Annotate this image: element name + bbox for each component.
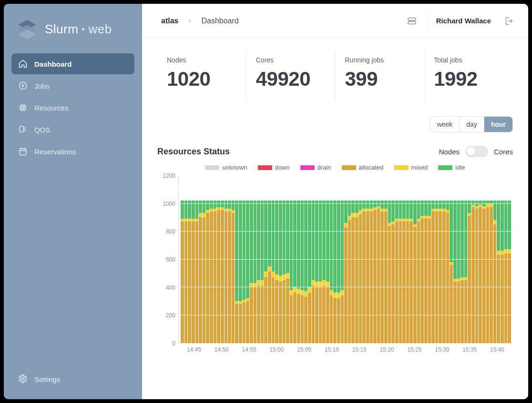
main: atlas Dashboard Richard Wallace Nodes: [142, 4, 528, 399]
stat-value: 49920: [256, 68, 326, 91]
chart-area: 020040060080010001200: [157, 176, 513, 343]
bar: [246, 201, 249, 343]
svg-rect-6: [20, 126, 23, 132]
cpu-icon: [18, 103, 28, 112]
grid-line: [179, 287, 513, 287]
chevron-right-icon: [187, 18, 193, 24]
legend-swatch: [258, 165, 272, 170]
legend-item-mixed[interactable]: mixed: [394, 164, 428, 171]
stat-value: 1992: [434, 68, 503, 91]
legend-item-drain[interactable]: drain: [300, 164, 331, 171]
logout-icon[interactable]: [501, 14, 515, 28]
bar: [315, 201, 318, 343]
bar: [217, 201, 220, 343]
bar: [508, 201, 511, 343]
stat-label: Total jobs: [434, 56, 503, 64]
sidebar-item-dashboard[interactable]: Dashboard: [11, 53, 134, 74]
bar: [261, 201, 264, 343]
sidebar-item-qos[interactable]: QOS: [11, 119, 134, 140]
bar: [341, 201, 344, 343]
bar: [453, 201, 457, 343]
brand-dot: [82, 28, 84, 30]
x-tick: 15:30: [428, 346, 456, 353]
range-day-button[interactable]: day: [460, 117, 484, 132]
stat-label: Nodes: [167, 56, 236, 64]
bar: [406, 201, 409, 343]
stat-value: 1020: [167, 68, 236, 91]
gear-icon: [18, 374, 28, 385]
y-tick: 800: [166, 228, 175, 235]
bar: [286, 201, 289, 343]
nodes-cores-toggle[interactable]: [465, 146, 488, 157]
breadcrumb: atlas Dashboard: [161, 17, 239, 25]
chart-legend: unknowndowndrainallocatedmixedidle: [157, 164, 513, 171]
user-name[interactable]: Richard Wallace: [436, 17, 491, 25]
legend-label: idle: [455, 164, 465, 171]
sidebar-item-settings[interactable]: Settings: [11, 368, 134, 391]
y-tick: 0: [172, 340, 175, 347]
bar: [210, 201, 213, 343]
bar: [206, 201, 209, 343]
x-tick: 14:45: [180, 346, 208, 353]
chart-header: Resources Status Nodes Cores: [157, 146, 513, 157]
x-tick: 14:50: [208, 346, 235, 353]
legend-item-unknown[interactable]: unknown: [205, 164, 247, 171]
bar: [395, 201, 399, 343]
bar: [391, 201, 395, 343]
grid-line: [179, 203, 513, 204]
legend-swatch: [300, 165, 315, 170]
bar: [199, 201, 202, 343]
y-tick: 1000: [163, 201, 175, 207]
sidebar-item-label: Resources: [34, 104, 69, 112]
bar: [351, 201, 355, 343]
stat-label: Running jobs: [345, 56, 415, 64]
storage-icon[interactable]: [405, 14, 419, 28]
toggle-label-right: Cores: [494, 148, 513, 156]
bar: [203, 201, 206, 343]
sidebar-item-resources[interactable]: Resources: [11, 97, 134, 118]
breadcrumb-cluster[interactable]: atlas: [161, 17, 178, 25]
legend-label: allocated: [359, 164, 384, 171]
time-range-row: weekdayhour: [157, 116, 513, 132]
grid-line: [179, 259, 513, 260]
stat-total-jobs: Total jobs 1992: [424, 51, 513, 101]
bar: [254, 201, 257, 343]
legend-label: unknown: [222, 164, 247, 171]
legend-item-idle[interactable]: idle: [438, 164, 465, 171]
legend-item-allocated[interactable]: allocated: [342, 164, 384, 171]
bar: [250, 201, 253, 343]
brand-logo: Slurm web: [11, 15, 134, 53]
bar: [344, 201, 348, 343]
chart-bars: [179, 176, 513, 343]
bar: [457, 201, 460, 343]
toggle-label-left: Nodes: [439, 148, 460, 156]
sidebar-item-reservations[interactable]: Reservations: [11, 141, 134, 162]
toggle-knob: [467, 147, 475, 156]
y-tick: 200: [166, 312, 175, 319]
bar: [490, 201, 493, 343]
bar: [497, 201, 500, 343]
sidebar-item-jobs[interactable]: Jobs: [11, 75, 134, 96]
bar: [370, 201, 373, 343]
legend-swatch: [438, 165, 452, 170]
bar: [232, 201, 235, 343]
bar: [417, 201, 420, 343]
qos-icon: [18, 125, 28, 134]
y-axis: 020040060080010001200: [157, 176, 178, 343]
svg-rect-10: [408, 21, 416, 23]
svg-rect-5: [22, 107, 24, 109]
sidebar-item-label: Dashboard: [34, 60, 72, 68]
bar: [330, 201, 333, 343]
x-tick: 15:20: [373, 346, 401, 353]
topbar-separator: [427, 14, 428, 28]
legend-item-down[interactable]: down: [258, 164, 290, 171]
range-week-button[interactable]: week: [430, 117, 460, 132]
bar: [297, 201, 300, 343]
bar: [304, 201, 307, 343]
range-hour-button[interactable]: hour: [484, 117, 512, 132]
bar: [181, 201, 184, 343]
bar: [312, 201, 315, 343]
bar: [362, 201, 366, 343]
bar: [279, 201, 282, 343]
bar: [380, 201, 384, 343]
